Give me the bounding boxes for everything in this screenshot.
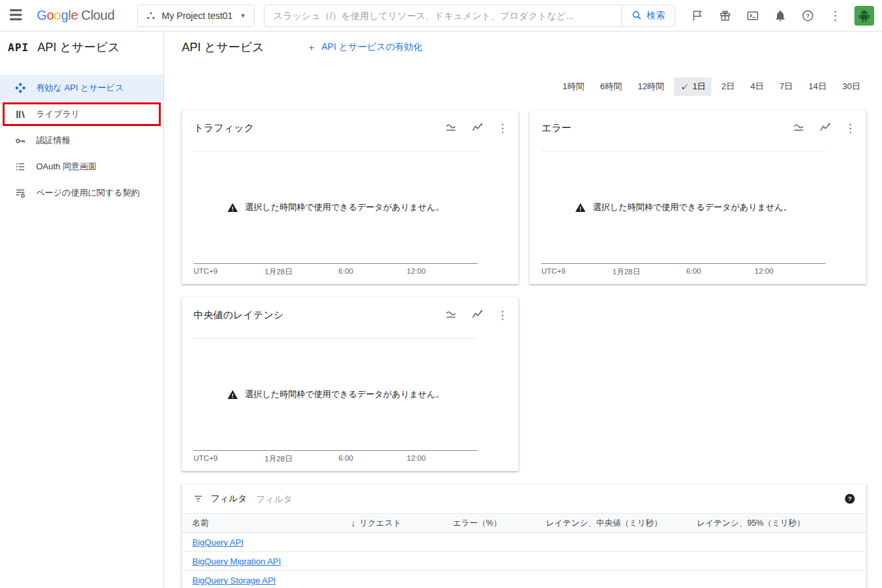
traffic-card: トラフィック ⋮ 選択した時間枠で使用できるデータがありません。 xyxy=(182,110,518,284)
axis-tick: 1月28日 xyxy=(612,267,640,277)
card-more-icon[interactable]: ⋮ xyxy=(845,123,856,134)
line-chart-toggle-icon[interactable] xyxy=(471,121,484,135)
area-chart-toggle-icon[interactable] xyxy=(792,121,805,135)
api-link-bigquery-storage[interactable]: BigQuery Storage API xyxy=(192,576,276,585)
library-icon xyxy=(14,108,26,120)
area-chart-toggle-icon[interactable] xyxy=(444,308,457,322)
search-icon xyxy=(631,10,642,21)
column-header-name[interactable]: 名前 xyxy=(192,518,351,529)
check-icon: ✓ xyxy=(680,82,688,92)
time-option-7d[interactable]: 7日 xyxy=(774,77,799,96)
sidebar-item-page-usage-agreements[interactable]: ページの使用に関する契約 xyxy=(0,180,163,206)
time-option-6h[interactable]: 6時間 xyxy=(594,77,627,96)
project-selector[interactable]: My Project test01 ▼ xyxy=(137,5,255,27)
table-help-icon[interactable]: ? xyxy=(844,493,856,505)
column-header-requests[interactable]: ↓ リクエスト xyxy=(351,518,453,529)
empty-data-message: 選択した時間枠で使用できるデータがありません。 xyxy=(245,201,444,213)
axis-tick: 1月28日 xyxy=(264,454,292,464)
time-option-30d[interactable]: 30日 xyxy=(837,77,866,96)
enable-apis-button[interactable]: ＋ API とサービスの有効化 xyxy=(306,41,423,54)
warning-icon xyxy=(227,389,238,400)
search-button-label: 検索 xyxy=(647,10,665,22)
time-option-label: 7日 xyxy=(780,81,793,93)
column-header-errors[interactable]: エラー（%） xyxy=(453,518,546,529)
time-option-label: 14日 xyxy=(808,81,826,93)
time-option-label: 6時間 xyxy=(600,81,621,93)
column-label: エラー（%） xyxy=(453,518,501,529)
axis-tick: 6:00 xyxy=(339,267,353,275)
chart-cards: トラフィック ⋮ 選択した時間枠で使用できるデータがありません。 xyxy=(182,110,866,471)
filter-icon xyxy=(192,493,204,505)
filter-row: フィルタ ? xyxy=(182,484,866,513)
card-title: エラー xyxy=(541,122,572,135)
line-chart-toggle-icon[interactable] xyxy=(471,308,484,322)
sidebar-item-label: ライブラリ xyxy=(36,108,80,120)
column-label: 名前 xyxy=(192,518,209,529)
line-chart-toggle-icon[interactable] xyxy=(818,121,831,135)
time-option-1d-selected[interactable]: ✓ 1日 xyxy=(674,77,711,96)
sidebar-nav: 有効な API とサービス ライブラリ 認証情報 OAuth 同意画面 xyxy=(0,63,163,206)
annotation-highlight-box xyxy=(3,102,161,126)
sidebar: API API とサービス 有効な API とサービス ライブラリ xyxy=(0,32,164,588)
errors-card: エラー ⋮ 選択した時間枠で使用できるデータがありません。 xyxy=(530,110,866,284)
hamburger-menu-icon[interactable]: ☰ xyxy=(0,0,32,32)
column-header-latency-95[interactable]: レイテンシ、95%（ミリ秒） xyxy=(697,518,856,529)
axis-tick: UTC+9 xyxy=(194,267,218,275)
column-label: リクエスト xyxy=(360,518,402,529)
time-option-2d[interactable]: 2日 xyxy=(715,77,740,96)
time-option-4d[interactable]: 4日 xyxy=(745,77,770,96)
search-button[interactable]: 検索 xyxy=(621,5,675,27)
time-option-1h[interactable]: 1時間 xyxy=(556,77,590,96)
table-row: BigQuery Storage API xyxy=(182,571,866,588)
card-title: 中央値のレイテンシ xyxy=(194,309,284,322)
time-option-14d[interactable]: 14日 xyxy=(803,77,832,96)
help-circle-icon[interactable]: ? xyxy=(794,3,822,29)
svg-text:?: ? xyxy=(848,495,852,502)
axis-tick: UTC+9 xyxy=(194,454,218,462)
avatar[interactable] xyxy=(854,6,874,26)
time-option-label: 1時間 xyxy=(562,81,584,93)
gift-icon[interactable] xyxy=(711,3,739,29)
axis-tick: UTC+9 xyxy=(541,267,566,275)
sort-desc-icon: ↓ xyxy=(351,518,356,528)
time-option-12h[interactable]: 12時間 xyxy=(632,77,670,96)
search-input[interactable] xyxy=(264,5,621,27)
x-axis: UTC+9 1月28日 6:00 12:00 xyxy=(541,267,826,278)
api-link-bigquery-migration[interactable]: BigQuery Migration API xyxy=(192,556,281,566)
page-header: API とサービス ＋ API とサービスの有効化 xyxy=(164,32,882,63)
logo-letter: o xyxy=(54,8,61,23)
sidebar-item-credentials[interactable]: 認証情報 xyxy=(0,127,163,154)
area-chart-toggle-icon[interactable] xyxy=(444,121,457,135)
filter-label: フィルタ xyxy=(211,493,247,505)
notifications-icon[interactable] xyxy=(766,3,794,29)
time-range-selector: 1時間 6時間 12時間 ✓ 1日 2日 4日 7日 14日 30日 xyxy=(182,77,866,96)
column-header-latency-median[interactable]: レイテンシ、中央値（ミリ秒） xyxy=(546,518,697,529)
card-more-icon[interactable]: ⋮ xyxy=(497,310,508,321)
project-name: My Project test01 xyxy=(162,10,233,21)
sidebar-item-label: 認証情報 xyxy=(36,135,70,146)
sidebar-item-enabled-apis[interactable]: 有効な API とサービス xyxy=(0,75,163,101)
filter-input[interactable] xyxy=(256,494,837,504)
cloud-shell-icon[interactable] xyxy=(739,3,766,29)
product-header: API API とサービス xyxy=(0,32,163,63)
api-product-logo: API xyxy=(8,41,29,54)
sidebar-item-library[interactable]: ライブラリ xyxy=(0,101,163,127)
logo-letter: G xyxy=(37,8,47,23)
google-cloud-logo[interactable]: G o o g l e Cloud xyxy=(37,8,115,23)
product-name: API とサービス xyxy=(37,39,120,55)
time-option-label: 2日 xyxy=(721,81,734,93)
logo-letter: o xyxy=(47,8,54,23)
card-more-icon[interactable]: ⋮ xyxy=(497,123,508,134)
warning-icon xyxy=(227,202,238,213)
api-link-bigquery[interactable]: BigQuery API xyxy=(192,537,243,547)
sidebar-item-oauth-consent[interactable]: OAuth 同意画面 xyxy=(0,154,163,180)
project-icon xyxy=(146,10,156,21)
axis-tick: 12:00 xyxy=(407,454,426,462)
dropdown-arrow-icon: ▼ xyxy=(240,12,246,19)
topbar-icons: ? ⋮ xyxy=(684,3,882,29)
feedback-icon[interactable] xyxy=(684,3,711,29)
plus-icon: ＋ xyxy=(306,41,316,54)
column-label: レイテンシ、95%（ミリ秒） xyxy=(697,518,805,529)
enable-apis-label: API とサービスの有効化 xyxy=(322,41,423,53)
more-vert-icon[interactable]: ⋮ xyxy=(822,3,849,29)
